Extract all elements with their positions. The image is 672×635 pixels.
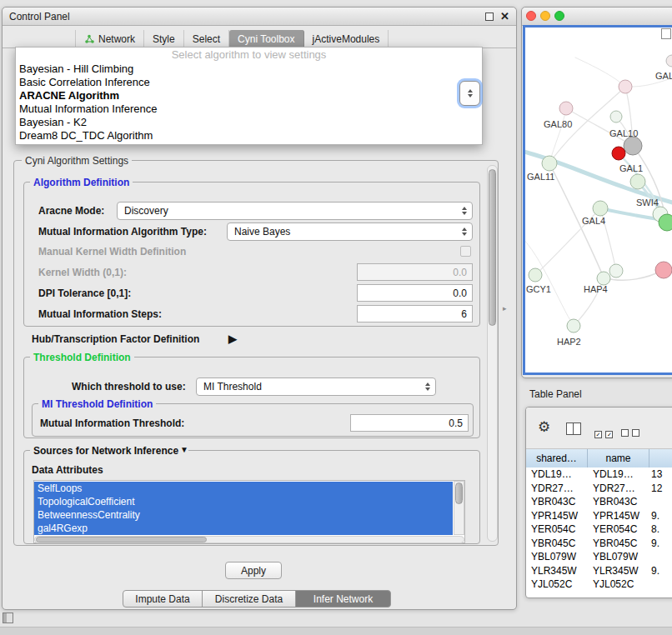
network-node[interactable] (609, 264, 623, 278)
kernel-width-field (357, 263, 473, 281)
bottom-tab-discretize-data[interactable]: Discretize Data (202, 590, 296, 608)
algorithm-combo-stepper[interactable] (459, 81, 480, 106)
list-scrollbar-thumb[interactable] (455, 482, 463, 504)
tab-cyni-toolbox[interactable]: Cyni Toolbox (229, 30, 303, 48)
table-row[interactable]: YPR145WYPR145W9. (526, 509, 672, 523)
network-node-gal11[interactable] (542, 156, 557, 171)
table-row[interactable]: YDR27…YDR27…12 (526, 482, 672, 496)
gear-icon[interactable]: ⚙ (538, 420, 550, 434)
kernel-width-label: Kernel Width (0,1): (38, 267, 127, 278)
which-threshold-label: Which threshold to use: (72, 381, 186, 392)
node-label: GCY1 (526, 284, 551, 294)
dropdown-item[interactable]: Bayesian - Hill Climbing (16, 62, 482, 76)
birdseye-view-toggle[interactable] (661, 28, 671, 39)
node-label: GAL10 (609, 128, 638, 138)
mi-steps-label: Mutual Information Steps: (38, 308, 162, 320)
network-node-hap2[interactable] (567, 319, 580, 332)
dropdown-item[interactable]: Basic Correlation Inference (16, 76, 482, 89)
network-node[interactable] (659, 214, 672, 231)
table-body: YDL19…YDL19…13 YDR27…YDR27…12 YBR043CYBR… (526, 468, 672, 598)
settings-legend: Cyni Algorithm Settings (22, 155, 132, 167)
hide-columns-icon[interactable] (621, 425, 639, 440)
table-panel-title: Table Panel (529, 388, 582, 400)
list-item[interactable]: gal4RGexp (34, 522, 453, 535)
network-node-gal80[interactable] (559, 102, 573, 115)
dropdown-item[interactable]: Dream8 DC_TDC Algorithm (16, 129, 482, 142)
tab-jactivemodules[interactable]: jActiveModules (304, 30, 389, 48)
column-header-shared-name[interactable]: shared… (526, 449, 588, 468)
table-row[interactable]: YBR043CYBR043C (526, 495, 672, 509)
network-node-gal1[interactable] (630, 174, 645, 189)
apply-button[interactable]: Apply (225, 562, 282, 579)
table-row[interactable]: YER054CYER054C8. (526, 522, 672, 537)
close-traffic-light[interactable] (526, 11, 536, 21)
network-node[interactable] (655, 262, 672, 278)
show-checked-columns-icon[interactable]: ✓ ✓ (594, 425, 613, 440)
dpi-tolerance-field[interactable] (357, 284, 473, 302)
aracne-mode-combo[interactable]: Discovery (117, 202, 473, 220)
table-toolbar: ⚙ ✓ ✓ (526, 408, 672, 449)
window-title: Control Panel (9, 8, 70, 26)
control-panel-tabbar: Network Style Select Cyni Toolbox jActiv… (75, 30, 389, 48)
network-icon (84, 34, 94, 44)
dropdown-item[interactable]: Mutual Information Inference (16, 102, 482, 116)
network-node-gcy1[interactable] (529, 268, 542, 282)
minimize-traffic-light[interactable] (540, 11, 550, 21)
network-node[interactable] (610, 111, 622, 122)
table-row[interactable]: YLR345WYLR345W9. (526, 564, 672, 578)
settings-scrollbar-thumb[interactable] (489, 169, 496, 326)
dropdown-item[interactable]: Bayesian - K2 (16, 116, 482, 129)
which-threshold-value: MI Threshold (203, 378, 262, 395)
tab-select-label: Select (193, 30, 220, 48)
table-row[interactable]: YBR045CYBR045C9. (526, 537, 672, 551)
network-node-gal10[interactable] (624, 137, 642, 155)
close-icon[interactable]: ✕ (500, 10, 509, 22)
zoom-traffic-light[interactable] (554, 11, 564, 21)
table-row[interactable]: YBL079WYBL079W (526, 550, 672, 564)
mi-steps-field[interactable] (357, 305, 473, 322)
column-header-clipped[interactable] (649, 449, 672, 468)
list-item[interactable]: TopologicalCoefficient (34, 495, 453, 508)
hub-definition-toggle[interactable]: Hub/Transcription Factor Definition (32, 333, 199, 345)
node-label: GAL1 (619, 163, 643, 173)
threshold-definition-legend: Threshold Definition (30, 352, 134, 363)
tab-cyni-toolbox-label: Cyni Toolbox (238, 30, 294, 48)
bottom-tab-impute-data[interactable]: Impute Data (123, 590, 203, 608)
control-panel-titlebar[interactable]: Control Panel ✕ (3, 8, 516, 26)
table-panel-window: ⚙ ✓ ✓ shared… name YDL19…YDL19…13 YDR27…… (525, 407, 672, 598)
bottom-tab-infer-network[interactable]: Infer Network (295, 590, 391, 608)
column-header-name[interactable]: name (588, 449, 649, 468)
table-row[interactable]: YJL052CYJL052C (526, 578, 672, 592)
network-node[interactable] (619, 80, 632, 93)
list-hscrollbar-thumb[interactable] (36, 537, 207, 542)
list-item[interactable]: BetweennessCentrality (34, 508, 453, 522)
node-label: HAP2 (557, 337, 581, 347)
tab-style[interactable]: Style (144, 30, 184, 48)
tab-network[interactable]: Network (75, 30, 144, 48)
network-canvas[interactable]: GAL80 GAL10 GAL11 GAL1 SWI4 GAL4 GCY1 HA… (523, 25, 672, 375)
mi-type-combo[interactable]: Naive Bayes (227, 222, 473, 241)
network-node[interactable] (666, 55, 672, 67)
node-label: GAL (655, 71, 672, 81)
network-node-gal4[interactable] (593, 201, 608, 216)
node-label: GAL11 (527, 172, 554, 182)
table-row[interactable]: YDL19…YDL19…13 (526, 468, 672, 482)
expand-panel-icon[interactable] (3, 612, 13, 623)
mi-threshold-field[interactable] (350, 414, 469, 432)
panel-splitter-handle[interactable]: ▸ (503, 304, 507, 312)
list-item[interactable]: SelfLoops (34, 482, 453, 495)
network-node-hap4[interactable] (597, 272, 610, 285)
tab-select[interactable]: Select (184, 30, 229, 48)
tab-style-label: Style (153, 30, 175, 48)
collapse-arrow-icon[interactable]: ▶ (228, 332, 237, 345)
columns-icon[interactable] (566, 422, 581, 435)
which-threshold-combo[interactable]: MI Threshold (196, 378, 436, 396)
float-window-icon[interactable] (485, 12, 494, 21)
manual-kernel-checkbox (460, 246, 471, 257)
expand-arrow-icon[interactable]: ▼ (180, 445, 188, 454)
dpi-tolerance-label: DPI Tolerance [0,1]: (38, 288, 131, 299)
sources-legend-toggle[interactable]: Sources for Network Inference (30, 445, 182, 457)
bottom-strip (0, 627, 672, 635)
network-node-selected[interactable] (612, 147, 625, 160)
dropdown-item-selected[interactable]: ARACNE Algorithm (16, 89, 482, 102)
